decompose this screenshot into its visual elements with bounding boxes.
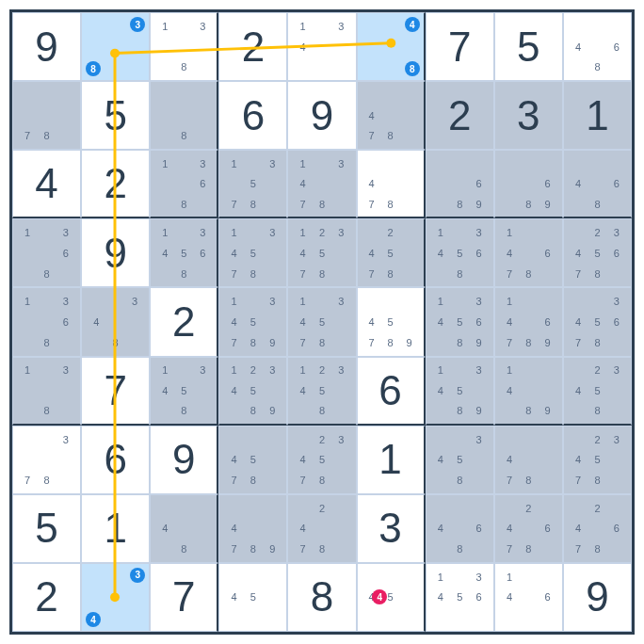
cell-r8c6[interactable]: 3	[357, 494, 426, 563]
candidate-badge: 8	[86, 61, 101, 76]
cell-r8c5[interactable]: 2478	[287, 494, 356, 563]
cell-r2c8[interactable]: 3	[494, 81, 563, 150]
cell-r6c8[interactable]: 1489	[494, 357, 563, 426]
cell-r9c3[interactable]: 7	[150, 563, 218, 632]
cell-r6c5[interactable]: 123458	[287, 357, 356, 426]
cell-r4c2[interactable]: 9	[81, 218, 150, 287]
candidate-badge: 4	[405, 17, 420, 32]
pencilmarks: 478	[358, 82, 424, 149]
cell-r5c7[interactable]: 1345689	[426, 287, 494, 356]
cell-r2c9[interactable]: 1	[563, 81, 632, 150]
cell-r6c9[interactable]: 23458	[563, 357, 632, 426]
cell-r8c1[interactable]: 5	[12, 494, 81, 563]
given-digit: 1	[104, 507, 126, 549]
pencilmarks: 4789	[219, 495, 286, 562]
cell-r8c9[interactable]: 24678	[563, 494, 632, 563]
cell-r5c9[interactable]: 345678	[563, 287, 632, 356]
cell-r3c9[interactable]: 468	[563, 150, 632, 218]
cell-r9c7[interactable]: 13456	[426, 563, 494, 632]
cell-r1c2[interactable]: 38	[81, 12, 150, 81]
cell-r4c4[interactable]: 134578	[218, 218, 287, 287]
cell-r2c3[interactable]: 8	[150, 81, 218, 150]
cell-r5c3[interactable]: 2	[150, 287, 218, 356]
cell-r3c8[interactable]: 689	[494, 150, 563, 218]
sudoku-board[interactable]: 9381382134487546878586947823142136813578…	[9, 9, 635, 635]
cell-r2c4[interactable]: 6	[218, 81, 287, 150]
cell-r3c3[interactable]: 1368	[150, 150, 218, 218]
cell-r7c9[interactable]: 234578	[563, 426, 632, 494]
pencilmarks: 14678	[495, 219, 562, 286]
pencilmarks: 146	[495, 564, 562, 631]
cell-r1c3[interactable]: 138	[150, 12, 218, 81]
cell-r9c2[interactable]: 34	[81, 563, 150, 632]
cell-r6c6[interactable]: 6	[357, 357, 426, 426]
cell-r3c2[interactable]: 2	[81, 150, 150, 218]
cell-r4c3[interactable]: 134568	[150, 218, 218, 287]
cell-r8c2[interactable]: 1	[81, 494, 150, 563]
pencilmarks: 478	[495, 427, 562, 493]
cell-r6c1[interactable]: 138	[12, 357, 81, 426]
cell-r7c7[interactable]: 3458	[426, 426, 494, 494]
cell-r8c7[interactable]: 468	[426, 494, 494, 563]
cell-r6c4[interactable]: 1234589	[218, 357, 287, 426]
cell-r9c9[interactable]: 9	[563, 563, 632, 632]
candidate-badge: 3	[130, 568, 145, 583]
cell-r5c8[interactable]: 146789	[494, 287, 563, 356]
cell-r2c7[interactable]: 2	[426, 81, 494, 150]
cell-r7c5[interactable]: 234578	[287, 426, 356, 494]
pencilmarks: 689	[427, 151, 493, 217]
cell-r7c8[interactable]: 478	[494, 426, 563, 494]
pencilmarks: 13458	[151, 358, 217, 424]
pencilmarks: 23458	[564, 358, 631, 424]
cell-r1c7[interactable]: 7	[426, 12, 494, 81]
cell-r9c6[interactable]: 454	[357, 563, 426, 632]
cell-r2c6[interactable]: 478	[357, 81, 426, 150]
cell-r9c8[interactable]: 146	[494, 563, 563, 632]
cell-r9c1[interactable]: 2	[12, 563, 81, 632]
cell-r6c3[interactable]: 13458	[150, 357, 218, 426]
cell-r5c4[interactable]: 1345789	[218, 287, 287, 356]
cell-r1c5[interactable]: 134	[287, 12, 356, 81]
cell-r4c9[interactable]: 2345678	[563, 218, 632, 287]
cell-r4c7[interactable]: 134568	[426, 218, 494, 287]
cell-r9c4[interactable]: 45	[218, 563, 287, 632]
cell-r8c3[interactable]: 48	[150, 494, 218, 563]
cell-r3c4[interactable]: 13578	[218, 150, 287, 218]
cell-r8c8[interactable]: 24678	[494, 494, 563, 563]
cell-r3c7[interactable]: 689	[426, 150, 494, 218]
cell-r1c6[interactable]: 48	[357, 12, 426, 81]
cell-r3c5[interactable]: 13478	[287, 150, 356, 218]
given-digit: 9	[586, 576, 608, 618]
cell-r1c8[interactable]: 5	[494, 12, 563, 81]
cell-r2c2[interactable]: 5	[81, 81, 150, 150]
pencilmarks: 1368	[13, 219, 80, 286]
cell-r7c4[interactable]: 4578	[218, 426, 287, 494]
cell-r4c1[interactable]: 1368	[12, 218, 81, 287]
cell-r3c1[interactable]: 4	[12, 150, 81, 218]
cell-r4c8[interactable]: 14678	[494, 218, 563, 287]
cell-r7c1[interactable]: 378	[12, 426, 81, 494]
cell-r5c1[interactable]: 1368	[12, 287, 81, 356]
cell-r1c4[interactable]: 2	[218, 12, 287, 81]
cell-r2c1[interactable]: 78	[12, 81, 81, 150]
cell-r9c5[interactable]: 8	[287, 563, 356, 632]
pencilmarks: 45	[219, 564, 286, 631]
pencilmarks: 24578	[358, 219, 424, 286]
cell-r5c6[interactable]: 45789	[357, 287, 426, 356]
cell-r1c1[interactable]: 9	[12, 12, 81, 81]
cell-r4c5[interactable]: 1234578	[287, 218, 356, 287]
cell-r6c7[interactable]: 134589	[426, 357, 494, 426]
cell-r7c2[interactable]: 6	[81, 426, 150, 494]
cell-r1c9[interactable]: 468	[563, 12, 632, 81]
cell-r7c3[interactable]: 9	[150, 426, 218, 494]
cell-r2c5[interactable]: 9	[287, 81, 356, 150]
candidate-badge: 4	[86, 612, 101, 627]
cell-r8c4[interactable]: 4789	[218, 494, 287, 563]
cell-r5c2[interactable]: 348	[81, 287, 150, 356]
cell-r6c2[interactable]: 7	[81, 357, 150, 426]
cell-r7c6[interactable]: 1	[357, 426, 426, 494]
pencilmarks: 468	[564, 151, 631, 217]
cell-r5c5[interactable]: 134578	[287, 287, 356, 356]
cell-r3c6[interactable]: 478	[357, 150, 426, 218]
cell-r4c6[interactable]: 24578	[357, 218, 426, 287]
